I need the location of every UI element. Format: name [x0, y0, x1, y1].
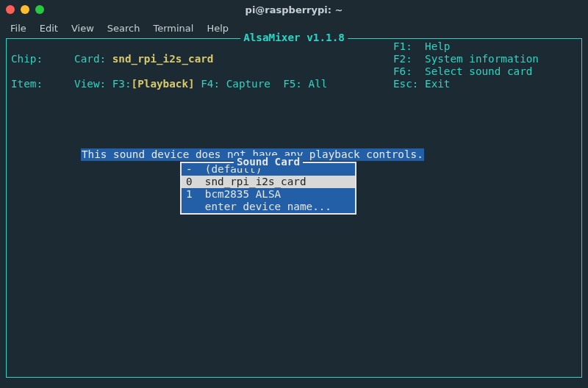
help-f6: F6: Select sound card: [393, 65, 577, 78]
help-f1: F1: Help: [393, 40, 577, 53]
item-label: Item:: [11, 78, 393, 90]
menu-file[interactable]: File: [4, 21, 32, 35]
menu-edit[interactable]: Edit: [34, 21, 64, 35]
menu-search[interactable]: Search: [101, 21, 146, 35]
sound-card-option-1[interactable]: 1 bcm2835 ALSA: [182, 188, 355, 201]
sound-card-option-0[interactable]: 0 snd_rpi_i2s_card: [182, 176, 355, 188]
chip-label: Chip:: [11, 53, 393, 65]
help-f2: F2: System information: [393, 53, 577, 65]
help-esc: Esc: Exit: [393, 78, 577, 90]
popup-title: Sound Card: [234, 156, 303, 168]
terminal-content[interactable]: AlsaMixer v1.1.8 Card: snd_rpi_i2s_card …: [0, 37, 588, 388]
titlebar: pi@raspberrypi: ~: [0, 0, 588, 19]
window-title: pi@raspberrypi: ~: [0, 4, 588, 15]
sound-card-option-enter[interactable]: enter device name...: [182, 201, 355, 213]
menu-view[interactable]: View: [65, 21, 100, 35]
terminal-window: pi@raspberrypi: ~ File Edit View Search …: [0, 0, 588, 388]
menu-help[interactable]: Help: [201, 21, 234, 35]
sound-card-popup: Sound Card - (default) 0 snd_rpi_i2s_car…: [180, 162, 356, 215]
alsamixer-title: AlsaMixer v1.1.8: [240, 32, 348, 44]
menu-terminal[interactable]: Terminal: [147, 21, 199, 35]
